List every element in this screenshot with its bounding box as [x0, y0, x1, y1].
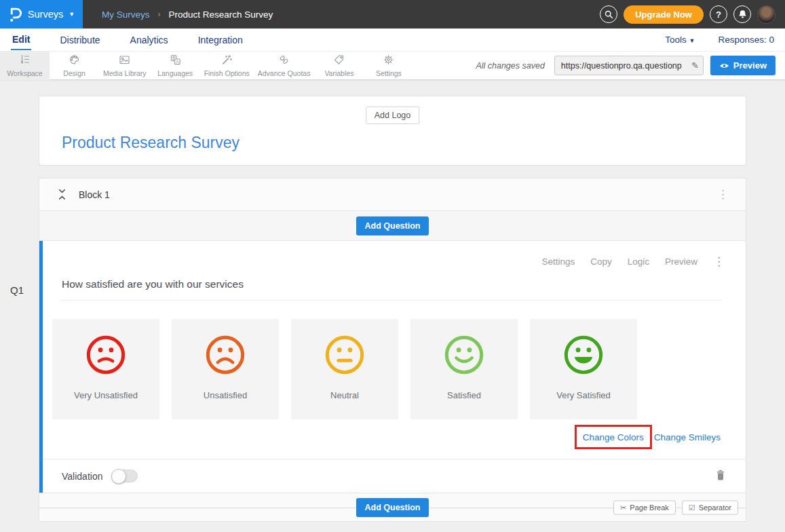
toggle-knob — [111, 469, 126, 484]
page-break-button[interactable]: ✂ Page Break — [613, 500, 676, 514]
tools-menu[interactable]: Tools ▼ — [665, 35, 695, 45]
smiley-option[interactable]: Very Satisfied — [530, 319, 637, 419]
responses-count[interactable]: Responses: 0 — [718, 35, 774, 45]
smiley-face-icon — [85, 319, 127, 376]
question-wrapper: Q1 Settings Copy Logic Preview ⋮ How sat… — [39, 241, 746, 493]
tool-languages[interactable]: A Languages — [151, 51, 200, 80]
question-logic-link[interactable]: Logic — [628, 256, 649, 267]
question-card: Settings Copy Logic Preview ⋮ How satisf… — [39, 241, 746, 493]
tool-design[interactable]: Design — [50, 51, 99, 80]
tab-integration[interactable]: Integration — [197, 30, 244, 50]
change-colors-link[interactable]: Change Colors — [583, 432, 644, 442]
question-preview-link[interactable]: Preview — [665, 256, 697, 267]
gear-icon — [383, 54, 394, 68]
section-nav: Edit Distribute Analytics Integration To… — [0, 28, 785, 51]
translate-icon: A — [170, 54, 181, 68]
smiley-option[interactable]: Unsatisfied — [172, 319, 279, 419]
block-title[interactable]: Block 1 — [79, 189, 110, 200]
search-icon — [605, 10, 613, 19]
question-actions: Settings Copy Logic Preview ⋮ — [43, 241, 746, 267]
smiley-face-icon — [204, 319, 246, 376]
edit-url-pencil-icon[interactable]: ✎ — [691, 60, 699, 71]
magic-wand-icon — [221, 54, 233, 68]
question-mark-icon: ? — [716, 10, 721, 20]
chevron-down-icon: ▼ — [69, 11, 75, 18]
validation-toggle[interactable] — [111, 470, 138, 482]
save-status: All changes saved — [476, 61, 544, 71]
annotation-highlight-box: Change Colors — [575, 425, 652, 449]
tool-advance-quotas[interactable]: Advance Quotas — [254, 51, 315, 80]
top-bar: Surveys ▼ My Surveys › Product Research … — [0, 0, 785, 28]
block-menu-dots-icon[interactable]: ⋮ — [717, 189, 729, 200]
user-avatar[interactable] — [757, 5, 776, 24]
smiley-face-icon — [562, 319, 605, 376]
smiley-label: Unsatisfied — [204, 390, 247, 400]
validation-row: Validation — [43, 459, 746, 493]
breadcrumb: My Surveys › Product Research Survey — [102, 10, 273, 20]
smiley-option[interactable]: Very Unsatisfied — [52, 319, 159, 419]
survey-title[interactable]: Product Research Survey — [62, 134, 240, 152]
tab-edit[interactable]: Edit — [11, 29, 31, 50]
question-copy-link[interactable]: Copy — [590, 256, 612, 267]
workspace-icon — [19, 54, 31, 68]
smiley-label: Neutral — [330, 390, 359, 400]
change-smileys-link[interactable]: Change Smileys — [654, 432, 721, 442]
question-settings-link[interactable]: Settings — [541, 256, 575, 267]
smiley-options: Very UnsatisfiedUnsatisfiedNeutralSatisf… — [43, 301, 746, 419]
block-card: Block 1 ⋮ Add Question Q1 Settings Copy … — [39, 178, 746, 522]
block-header: Block 1 ⋮ — [39, 178, 746, 211]
tool-finish-options[interactable]: Finish Options — [200, 51, 254, 80]
delete-question-trash-icon[interactable] — [716, 470, 725, 483]
questionpro-logo-icon — [8, 5, 22, 23]
smiley-label: Very Satisfied — [556, 390, 611, 400]
smiley-label: Very Unsatisfied — [74, 390, 138, 400]
add-question-button-bottom[interactable]: Add Question — [356, 498, 429, 517]
collapse-block-icon[interactable] — [58, 189, 66, 200]
help-button[interactable]: ? — [710, 5, 727, 23]
scissors-icon: ✂ — [620, 503, 626, 512]
tab-analytics[interactable]: Analytics — [129, 30, 170, 50]
tool-media-library[interactable]: Media Library — [99, 51, 151, 80]
breadcrumb-separator-icon: › — [158, 10, 161, 19]
palette-icon — [69, 54, 80, 68]
separator-icon: ☑ — [689, 503, 695, 512]
add-logo-button[interactable]: Add Logo — [366, 107, 420, 124]
chain-links-icon — [278, 54, 290, 68]
survey-header-card: Add Logo Product Research Survey — [39, 96, 746, 166]
upgrade-now-button[interactable]: Upgrade Now — [624, 5, 704, 24]
editor-content: Add Logo Product Research Survey Block 1… — [0, 80, 785, 522]
smiley-option[interactable]: Satisfied — [410, 319, 518, 419]
question-text[interactable]: How satisfied are you with our services — [62, 278, 722, 301]
search-button[interactable] — [600, 5, 617, 23]
add-question-button-top[interactable]: Add Question — [356, 216, 429, 235]
image-icon — [119, 54, 130, 68]
topbar-actions: Upgrade Now ? — [600, 5, 785, 24]
validation-label: Validation — [62, 471, 102, 482]
breadcrumb-current-survey: Product Research Survey — [169, 10, 273, 20]
question-menu-dots-icon[interactable]: ⋮ — [713, 256, 725, 267]
smiley-links-row: Change Colors Change Smileys — [43, 419, 746, 449]
breadcrumb-my-surveys[interactable]: My Surveys — [102, 10, 150, 20]
chevron-down-icon: ▼ — [689, 37, 695, 44]
smiley-option[interactable]: Neutral — [291, 319, 398, 419]
smiley-label: Satisfied — [447, 390, 481, 400]
survey-url-value: https://questionpro.qa.questionp — [561, 61, 691, 71]
question-index-label: Q1 — [10, 284, 24, 296]
notifications-button[interactable] — [733, 5, 751, 23]
tool-workspace[interactable]: Workspace — [0, 51, 50, 80]
block-footer: Add Question ✂ Page Break ☑ Separator — [39, 493, 746, 521]
tool-variables[interactable]: Variables — [314, 51, 364, 80]
preview-button[interactable]: Preview — [710, 56, 776, 75]
smiley-face-icon — [443, 319, 485, 376]
separator-button[interactable]: ☑ Separator — [682, 500, 738, 514]
app-logo-menu[interactable]: Surveys ▼ — [0, 0, 83, 28]
smiley-face-icon — [324, 319, 366, 376]
tool-settings[interactable]: Settings — [364, 51, 413, 80]
product-switcher-label: Surveys — [28, 9, 63, 20]
tag-icon — [333, 54, 345, 68]
add-question-strip-top: Add Question — [39, 211, 746, 241]
eye-icon — [719, 62, 729, 69]
survey-url-field[interactable]: https://questionpro.qa.questionp ✎ — [554, 56, 704, 75]
tab-distribute[interactable]: Distribute — [58, 30, 101, 50]
bell-icon — [738, 10, 747, 19]
